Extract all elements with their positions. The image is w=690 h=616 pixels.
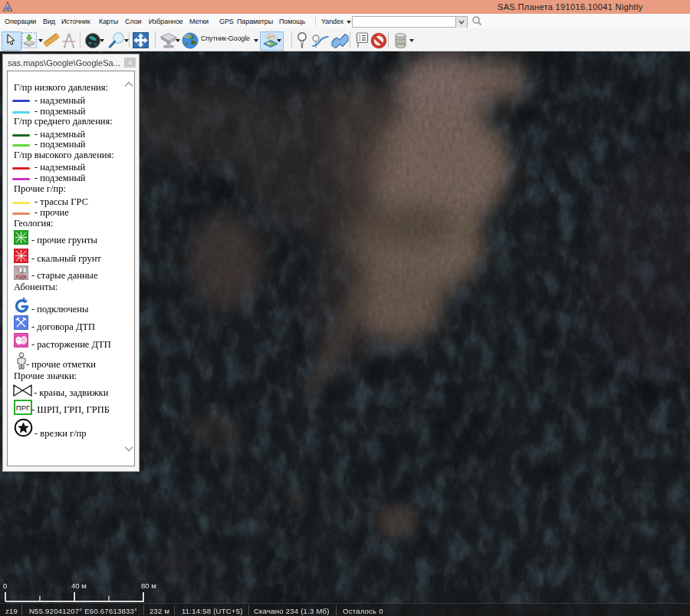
svg-text:ПРГ: ПРГ [16, 404, 30, 412]
svg-text:80 м: 80 м [141, 581, 156, 590]
svg-text:0: 0 [3, 581, 7, 590]
svg-text:2: 2 [21, 268, 25, 273]
svg-text:года: года [16, 274, 26, 280]
svg-text:40 м: 40 м [71, 581, 87, 590]
